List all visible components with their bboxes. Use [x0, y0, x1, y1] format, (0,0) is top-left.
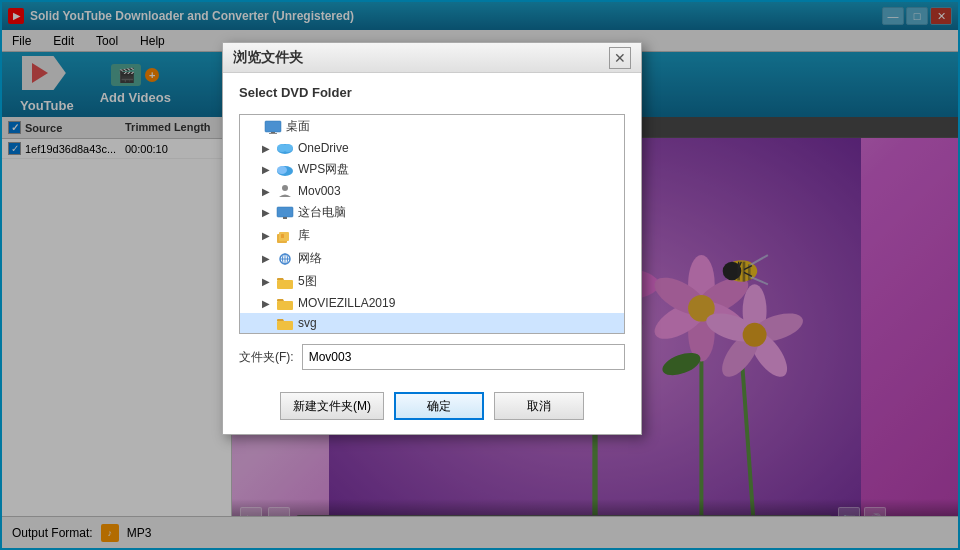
svg-rect-42: [269, 133, 277, 134]
new-folder-button[interactable]: 新建文件夹(M): [280, 392, 384, 420]
tree-item-mov003[interactable]: ▶ Mov003: [240, 181, 624, 201]
library-icon: [276, 229, 294, 243]
tree-item-library[interactable]: ▶ 库: [240, 224, 624, 247]
expand-library: ▶: [260, 230, 272, 242]
label-5fig: 5图: [298, 273, 317, 290]
expand-desktop: [248, 121, 260, 133]
tree-item-moviezilla[interactable]: ▶ MOVIEZILLA2019: [240, 293, 624, 313]
svg-rect-49: [277, 207, 293, 217]
folder-tree[interactable]: 桌面 ▶ OneDrive ▶: [239, 114, 625, 334]
folder-input-row: 文件夹(F):: [239, 344, 625, 370]
label-mov003: Mov003: [298, 184, 341, 198]
svg-rect-60: [277, 321, 293, 330]
label-thispc: 这台电脑: [298, 204, 346, 221]
svg-rect-40: [265, 121, 281, 132]
expand-mov003: ▶: [260, 185, 272, 197]
expand-onedrive: ▶: [260, 142, 272, 154]
label-wps: WPS网盘: [298, 161, 349, 178]
folder-input[interactable]: [302, 344, 625, 370]
person-icon: [276, 184, 294, 198]
tree-item-thispc[interactable]: ▶ 这台电脑: [240, 201, 624, 224]
tree-item-onedrive[interactable]: ▶ OneDrive: [240, 138, 624, 158]
svg-point-48: [282, 185, 288, 191]
folder-5fig-icon: [276, 275, 294, 289]
label-moviezilla: MOVIEZILLA2019: [298, 296, 395, 310]
expand-5fig: ▶: [260, 276, 272, 288]
modal-overlay: 浏览文件夹 ✕ Select DVD Folder: [2, 2, 958, 548]
wps-icon: [276, 163, 294, 177]
expand-svg: [260, 317, 272, 329]
svg-point-47: [277, 166, 287, 174]
desktop-icon: [264, 120, 282, 134]
tree-item-network[interactable]: ▶ 网络: [240, 247, 624, 270]
dialog-title: 浏览文件夹: [233, 49, 303, 67]
tree-item-5fig[interactable]: ▶ 5图: [240, 270, 624, 293]
label-onedrive: OneDrive: [298, 141, 349, 155]
svg-rect-58: [277, 280, 293, 289]
onedrive-icon: [276, 141, 294, 155]
expand-network: ▶: [260, 253, 272, 265]
svg-rect-50: [283, 217, 287, 219]
tree-item-desktop[interactable]: 桌面: [240, 115, 624, 138]
expand-wps: ▶: [260, 164, 272, 176]
label-library: 库: [298, 227, 310, 244]
label-svg: svg: [298, 316, 317, 330]
dialog-body: Select DVD Folder 桌面: [223, 73, 641, 382]
browse-folder-dialog: 浏览文件夹 ✕ Select DVD Folder: [222, 42, 642, 435]
svg-rect-59: [277, 301, 293, 310]
dialog-title-bar: 浏览文件夹 ✕: [223, 43, 641, 73]
folder-svg-icon: [276, 316, 294, 330]
cancel-button[interactable]: 取消: [494, 392, 584, 420]
folder-label: 文件夹(F):: [239, 349, 294, 366]
dialog-close-button[interactable]: ✕: [609, 47, 631, 69]
dialog-footer: 新建文件夹(M) 确定 取消: [223, 382, 641, 434]
svg-rect-53: [281, 234, 284, 238]
label-network: 网络: [298, 250, 322, 267]
network-icon: [276, 252, 294, 266]
tree-item-wps[interactable]: ▶ WPS网盘: [240, 158, 624, 181]
label-desktop: 桌面: [286, 118, 310, 135]
expand-thispc: ▶: [260, 207, 272, 219]
svg-point-45: [283, 144, 293, 152]
expand-moviezilla: ▶: [260, 297, 272, 309]
main-window: ▶ Solid YouTube Downloader and Converter…: [0, 0, 960, 550]
pc-icon: [276, 206, 294, 220]
tree-item-svg[interactable]: svg: [240, 313, 624, 333]
dialog-subtitle: Select DVD Folder: [239, 85, 625, 100]
folder-moviezilla-icon: [276, 296, 294, 310]
ok-button[interactable]: 确定: [394, 392, 484, 420]
